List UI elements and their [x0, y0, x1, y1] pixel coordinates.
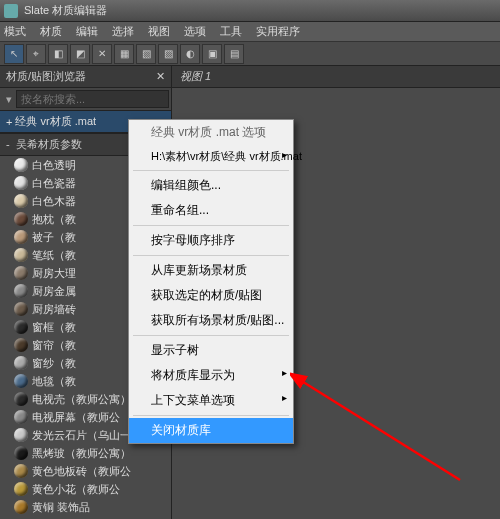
menu-工具[interactable]: 工具: [220, 24, 242, 39]
menu-材质[interactable]: 材质: [40, 24, 62, 39]
material-label: 发光云石片（乌山一: [32, 428, 131, 443]
context-menu: 经典 vr材质 .mat 选项 H:\素材\vr材质\经典 vr材质.mat ▸…: [128, 119, 294, 444]
tool-d[interactable]: ▦: [114, 44, 134, 64]
material-label: 黄色小花（教师公: [32, 482, 120, 497]
tool-f[interactable]: ▨: [158, 44, 178, 64]
ctx-separator: [133, 225, 289, 226]
menu-视图[interactable]: 视图: [148, 24, 170, 39]
material-label: 白色木器: [32, 194, 76, 209]
material-label: 抱枕（教: [32, 212, 76, 227]
submenu-arrow-icon: ▸: [282, 392, 287, 403]
ctx-item[interactable]: 关闭材质库: [129, 418, 293, 443]
ctx-item[interactable]: 将材质库显示为▸: [129, 363, 293, 388]
material-item[interactable]: 黑烤玻（教师公寓）: [0, 444, 171, 462]
ctx-header-2[interactable]: H:\素材\vr材质\经典 vr材质.mat ▸: [129, 145, 293, 168]
ctx-item[interactable]: 重命名组...: [129, 198, 293, 223]
material-sphere-icon: [14, 320, 28, 334]
material-sphere-icon: [14, 176, 28, 190]
material-item[interactable]: 黄铜 装饰品: [0, 498, 171, 516]
material-sphere-icon: [14, 464, 28, 478]
ctx-item[interactable]: 上下文菜单选项▸: [129, 388, 293, 413]
ctx-header-1: 经典 vr材质 .mat 选项: [129, 120, 293, 145]
material-sphere-icon: [14, 266, 28, 280]
material-sphere-icon: [14, 230, 28, 244]
submenu-arrow-icon: ▸: [282, 149, 287, 160]
panel-title: 材质/贴图浏览器: [6, 69, 86, 84]
panel-close-icon[interactable]: ✕: [156, 70, 165, 83]
material-label: 窗纱（教: [32, 356, 76, 371]
material-sphere-icon: [14, 428, 28, 442]
material-label: 被子（教: [32, 230, 76, 245]
tool-c[interactable]: ✕: [92, 44, 112, 64]
ctx-item[interactable]: 按字母顺序排序: [129, 228, 293, 253]
app-icon: [4, 4, 18, 18]
material-sphere-icon: [14, 284, 28, 298]
window-title: Slate 材质编辑器: [24, 3, 107, 18]
material-label: 窗帘（教: [32, 338, 76, 353]
menubar: 模式材质编辑选择视图选项工具实用程序: [0, 22, 500, 42]
material-label: 白色瓷器: [32, 176, 76, 191]
ctx-item[interactable]: 获取选定的材质/贴图: [129, 283, 293, 308]
material-sphere-icon: [14, 500, 28, 514]
tool-i[interactable]: ▤: [224, 44, 244, 64]
material-sphere-icon: [14, 374, 28, 388]
material-label: 黄铜 装饰品: [32, 500, 90, 515]
menu-选项[interactable]: 选项: [184, 24, 206, 39]
material-sphere-icon: [14, 356, 28, 370]
material-sphere-icon: [14, 410, 28, 424]
viewport-tab[interactable]: 视图 1: [172, 66, 500, 88]
search-dropdown-icon[interactable]: ▾: [2, 93, 16, 106]
material-label: 电视屏幕（教师公: [32, 410, 120, 425]
material-sphere-icon: [14, 338, 28, 352]
material-label: 黑烤玻（教师公寓）: [32, 446, 131, 461]
ctx-item[interactable]: 获取所有场景材质/贴图...: [129, 308, 293, 333]
material-sphere-icon: [14, 158, 28, 172]
toolbar: ↖ ⌖ ◧ ◩ ✕ ▦ ▧ ▨ ◐ ▣ ▤: [0, 42, 500, 66]
tool-pick[interactable]: ⌖: [26, 44, 46, 64]
ctx-separator: [133, 335, 289, 336]
material-label: 厨房金属: [32, 284, 76, 299]
material-item[interactable]: 黄色地板砖（教师公: [0, 462, 171, 480]
ctx-separator: [133, 170, 289, 171]
material-label: 厨房墙砖: [32, 302, 76, 317]
material-sphere-icon: [14, 248, 28, 262]
menu-实用程序[interactable]: 实用程序: [256, 24, 300, 39]
material-item[interactable]: 黄色小花（教师公: [0, 480, 171, 498]
menu-选择[interactable]: 选择: [112, 24, 134, 39]
tool-a[interactable]: ◧: [48, 44, 68, 64]
material-label: 笔纸（教: [32, 248, 76, 263]
material-sphere-icon: [14, 392, 28, 406]
material-sphere-icon: [14, 446, 28, 460]
material-sphere-icon: [14, 194, 28, 208]
tool-b[interactable]: ◩: [70, 44, 90, 64]
ctx-separator: [133, 255, 289, 256]
material-label: 地毯（教: [32, 374, 76, 389]
menu-编辑[interactable]: 编辑: [76, 24, 98, 39]
tool-pointer[interactable]: ↖: [4, 44, 24, 64]
material-sphere-icon: [14, 212, 28, 226]
ctx-item[interactable]: 从库更新场景材质: [129, 258, 293, 283]
ctx-item[interactable]: 编辑组颜色...: [129, 173, 293, 198]
material-sphere-icon: [14, 482, 28, 496]
material-label: 黄色地板砖（教师公: [32, 464, 131, 479]
search-input[interactable]: [16, 90, 169, 108]
ctx-separator: [133, 415, 289, 416]
material-label: 厨房大理: [32, 266, 76, 281]
menu-模式[interactable]: 模式: [4, 24, 26, 39]
material-label: 电视壳（教师公寓）: [32, 392, 131, 407]
tool-g[interactable]: ◐: [180, 44, 200, 64]
tool-e[interactable]: ▧: [136, 44, 156, 64]
submenu-arrow-icon: ▸: [282, 367, 287, 378]
tool-h[interactable]: ▣: [202, 44, 222, 64]
material-sphere-icon: [14, 302, 28, 316]
material-label: 白色透明: [32, 158, 76, 173]
material-label: 窗框（教: [32, 320, 76, 335]
ctx-item[interactable]: 显示子树: [129, 338, 293, 363]
